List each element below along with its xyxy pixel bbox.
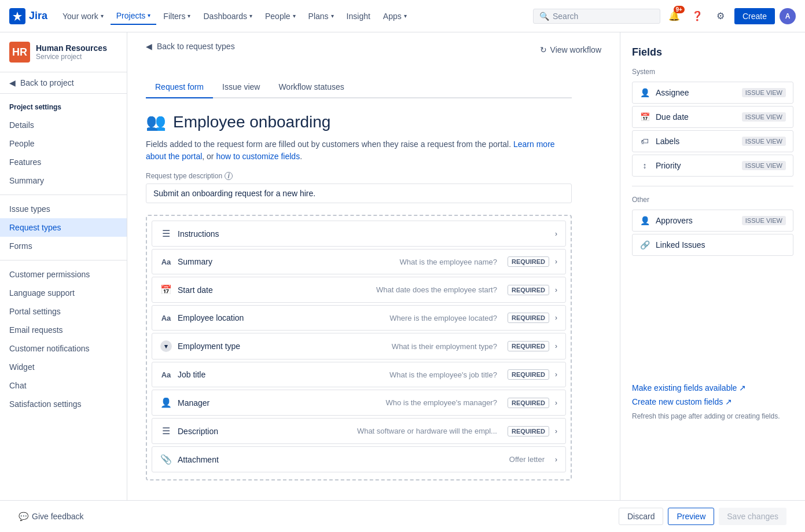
feedback-label: Give feedback [32,512,84,521]
sidebar-item-customer-permissions[interactable]: Customer permissions [0,265,127,284]
project-icon: HR [9,42,30,63]
approvers-name: Approvers [656,216,736,225]
summary-label: Summary [178,257,259,266]
right-panel-title: Fields [632,46,793,58]
field-instructions[interactable]: ☰ Instructions › [152,221,566,247]
sidebar-item-issue-types[interactable]: Issue types [0,200,127,218]
field-description[interactable]: ☰ Description What software or hardware … [152,418,566,444]
field-start-date[interactable]: 📅 Start date What date does the employee… [152,277,566,303]
request-type-description-input[interactable] [146,184,572,203]
create-button[interactable]: Create [734,8,775,24]
nav-items: Your work ▾ Projects ▾ Filters ▾ Dashboa… [57,8,413,25]
field-employment-type[interactable]: ▾ Employment type What is their employme… [152,333,566,359]
sidebar-item-customer-notifications[interactable]: Customer notifications [0,339,127,358]
customize-fields-link[interactable]: how to customize fields [216,152,300,161]
nav-people[interactable]: People ▾ [259,8,302,24]
sidebar-item-portal-settings[interactable]: Portal settings [0,302,127,321]
location-required-badge: REQUIRED [508,313,549,323]
main-inner: Request form Issue view Workflow statuse… [127,63,590,494]
approvers-icon: 👤 [639,216,650,225]
back-to-request-types[interactable]: ◀ Back to request types [146,42,235,51]
assignee-name: Assignee [656,88,736,97]
summary-chevron-icon: › [555,258,557,266]
field-card-assignee[interactable]: 👤 Assignee ISSUE VIEW [632,82,793,104]
nav-right: 🔍 Search 🔔 9+ ❓ ⚙ Create A [533,7,796,25]
field-card-approvers[interactable]: 👤 Approvers ISSUE VIEW [632,210,793,232]
preview-button[interactable]: Preview [668,508,714,525]
project-name: Human Resources [36,43,107,53]
job-title-chevron-icon: › [555,370,557,379]
sidebar-item-forms[interactable]: Forms [0,237,127,255]
page-title-row: 👥 Employee onboarding [146,112,572,131]
sidebar-item-email-requests[interactable]: Email requests [0,321,127,339]
right-links: Make existing fields available ↗ Create … [632,383,793,421]
nav-apps[interactable]: Apps ▾ [377,8,413,24]
manager-label: Manager [178,398,259,408]
nav-projects[interactable]: Projects ▾ [111,8,157,25]
create-custom-fields-link[interactable]: Create new custom fields ↗ [632,397,793,406]
field-card-due-date[interactable]: 📅 Due date ISSUE VIEW [632,106,793,128]
employment-type-chevron-icon: › [555,342,557,350]
sidebar-item-widget[interactable]: Widget [0,358,127,376]
feedback-button[interactable]: 💬 Give feedback [19,512,84,521]
field-employee-location[interactable]: Aa Employee location Where is the employ… [152,305,566,331]
sidebar-header: HR Human Resources Service project [0,32,127,72]
nav-dashboards[interactable]: Dashboards ▾ [197,8,258,24]
field-summary[interactable]: Aa Summary What is the employee name? RE… [152,249,566,274]
sidebar-item-chat[interactable]: Chat [0,376,127,395]
logo[interactable]: Jira [9,8,47,24]
tabs: Request form Issue view Workflow statuse… [146,76,572,98]
nav-plans[interactable]: Plans ▾ [303,8,340,24]
attachment-label: Attachment [178,455,259,464]
field-card-linked-issues[interactable]: 🔗 Linked Issues [632,234,793,256]
discard-button[interactable]: Discard [619,508,663,525]
start-date-required-badge: REQUIRED [508,285,549,295]
job-title-hint: What is the employee's job title? [264,370,502,379]
notifications-button[interactable]: 🔔 9+ [665,7,683,25]
sidebar-item-language-support[interactable]: Language support [0,284,127,302]
tab-request-form[interactable]: Request form [146,76,213,98]
labels-name: Labels [656,137,736,146]
tab-issue-view[interactable]: Issue view [213,76,269,98]
help-button[interactable]: ❓ [688,7,707,25]
description-required-badge: REQUIRED [508,426,549,436]
app-layout: HR Human Resources Service project ◀ Bac… [0,32,805,532]
search-box[interactable]: 🔍 Search [533,9,660,24]
tab-workflow-statuses[interactable]: Workflow statuses [269,76,353,98]
learn-more-link[interactable]: Learn more about the portal [146,140,555,161]
external-link-icon-1: ↗ [739,383,746,392]
make-fields-available-link[interactable]: Make existing fields available ↗ [632,383,793,392]
view-workflow-button[interactable]: ↻ View workflow [540,42,601,58]
priority-badge: ISSUE VIEW [742,161,786,170]
back-to-project[interactable]: ◀ Back to project [0,72,127,94]
description-icon: ☰ [160,425,172,436]
sidebar-item-details[interactable]: Details [0,116,127,134]
other-label: Other [632,196,793,204]
sidebar-item-satisfaction[interactable]: Satisfaction settings [0,395,127,413]
field-card-priority[interactable]: ↕ Priority ISSUE VIEW [632,155,793,177]
job-title-label: Job title [178,370,259,379]
start-date-icon: 📅 [160,284,172,295]
avatar[interactable]: A [780,8,796,24]
field-manager[interactable]: 👤 Manager Who is the employee's manager?… [152,390,566,416]
sidebar-divider-1 [0,195,127,195]
employment-type-icon: ▾ [160,340,172,352]
external-link-icon-2: ↗ [725,397,732,406]
approvers-badge: ISSUE VIEW [742,216,786,225]
nav-insight[interactable]: Insight [341,8,376,24]
sidebar-item-request-types[interactable]: Request types [0,218,127,237]
sidebar-item-people[interactable]: People [0,134,127,153]
project-type: Service project [36,53,107,61]
settings-button[interactable]: ⚙ [711,7,730,25]
field-card-labels[interactable]: 🏷 Labels ISSUE VIEW [632,130,793,152]
save-button[interactable]: Save changes [719,508,786,525]
nav-your-work[interactable]: Your work ▾ [57,8,109,24]
summary-required-badge: REQUIRED [508,256,549,267]
sidebar-item-summary[interactable]: Summary [0,171,127,190]
start-date-hint: What date does the employee start? [264,285,502,294]
nav-filters[interactable]: Filters ▾ [157,8,196,24]
field-job-title[interactable]: Aa Job title What is the employee's job … [152,362,566,387]
sidebar-item-features[interactable]: Features [0,153,127,171]
field-attachment[interactable]: 📎 Attachment Offer letter › [152,446,566,472]
back-label: Back to project [20,78,74,87]
